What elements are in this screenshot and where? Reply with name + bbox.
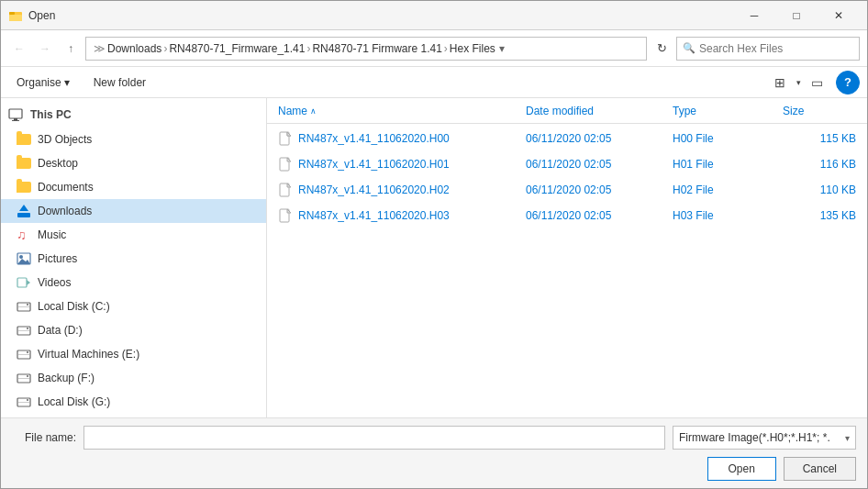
address-bar: ← → ↑ ≫ Downloads › RN4870-71_Firmware_1…: [1, 30, 867, 67]
sidebar-item-data-d[interactable]: Data (D:): [1, 318, 266, 342]
open-dialog: Open ─ □ ✕ ← → ↑ ≫ Downloads › RN4870-71…: [0, 0, 868, 489]
svg-point-10: [19, 255, 23, 259]
svg-rect-24: [18, 378, 29, 379]
pictures-icon: [16, 250, 32, 267]
help-button[interactable]: ?: [836, 71, 860, 94]
sidebar-item-music[interactable]: ♫ Music: [1, 223, 266, 247]
file-name-3: RN487x_v1.41_11062020.H03: [278, 208, 526, 223]
bottom-bar: File name: Firmware Image(*.H0*;*.H1*; *…: [1, 417, 867, 488]
open-button[interactable]: Open: [707, 457, 776, 481]
search-box[interactable]: 🔍: [676, 37, 860, 61]
close-button[interactable]: ✕: [818, 1, 860, 30]
col-size-label: Size: [783, 105, 804, 117]
table-row[interactable]: RN487x_v1.41_11062020.H03 06/11/2020 02:…: [267, 203, 867, 228]
path-part-firmware141: RN4870-71_Firmware_1.41: [169, 42, 305, 55]
file-size-1: 116 KB: [783, 158, 856, 171]
svg-point-16: [27, 304, 28, 306]
action-row: Open Cancel: [12, 457, 856, 481]
drive-f-icon: [16, 370, 32, 386]
folder-3d-icon: [16, 131, 32, 148]
svg-point-22: [27, 351, 28, 353]
file-size-3: 135 KB: [783, 209, 856, 222]
path-separator-3: ›: [444, 42, 448, 55]
sidebar-item-backup-f[interactable]: Backup (F:): [1, 366, 266, 390]
sidebar-label-videos: Videos: [38, 276, 71, 289]
file-icon-0: [278, 131, 293, 146]
file-list-container: Name ∧ Date modified Type Size RN487x_: [267, 98, 867, 417]
pc-icon: [8, 106, 25, 123]
svg-marker-7: [19, 205, 28, 211]
sidebar-label-pictures: Pictures: [38, 252, 77, 265]
sidebar-item-local-g[interactable]: Local Disk (G:): [1, 390, 266, 414]
col-header-size[interactable]: Size: [783, 105, 856, 117]
main-content: This PC 3D Objects Desktop Documents: [1, 98, 867, 417]
refresh-button[interactable]: ↻: [651, 38, 673, 60]
preview-pane-button[interactable]: ▭: [805, 71, 829, 94]
file-type-3: H03 File: [673, 209, 783, 222]
filename-input[interactable]: [83, 426, 665, 450]
sidebar-item-documents[interactable]: Documents: [1, 175, 266, 199]
sidebar-item-this-pc[interactable]: This PC: [1, 102, 266, 128]
table-row[interactable]: RN487x_v1.41_11062020.H00 06/11/2020 02:…: [267, 126, 867, 151]
svg-rect-21: [18, 354, 29, 355]
organise-label: Organise: [17, 76, 61, 89]
file-icon-2: [278, 183, 293, 197]
music-icon: ♫: [16, 227, 32, 243]
table-row[interactable]: RN487x_v1.41_11062020.H01 06/11/2020 02:…: [267, 151, 867, 177]
sidebar-item-pictures[interactable]: Pictures: [1, 247, 266, 271]
drive-e-icon: [16, 346, 32, 362]
cancel-button[interactable]: Cancel: [784, 457, 856, 481]
view-dropdown-button[interactable]: ▾: [792, 71, 805, 94]
sidebar-item-virtual-e[interactable]: Virtual Machines (E:): [1, 342, 266, 366]
file-type-2: H02 File: [673, 183, 783, 196]
filename-label: File name:: [12, 431, 76, 444]
up-button[interactable]: ↑: [60, 38, 82, 60]
col-header-type[interactable]: Type: [673, 105, 783, 117]
sidebar-item-downloads[interactable]: Downloads: [1, 199, 266, 223]
file-icon-3: [278, 208, 293, 223]
sidebar-item-desktop[interactable]: Desktop: [1, 151, 266, 175]
svg-rect-15: [18, 306, 29, 307]
col-date-label: Date modified: [526, 105, 594, 117]
path-chevron: ≫: [94, 42, 106, 55]
svg-point-25: [27, 375, 28, 377]
drive-g-icon: [16, 394, 32, 410]
organise-button[interactable]: Organise ▾: [8, 73, 78, 92]
dialog-icon: [8, 8, 23, 23]
search-icon: 🔍: [683, 42, 696, 54]
svg-rect-3: [9, 109, 22, 118]
svg-rect-27: [18, 402, 29, 403]
window-controls: ─ □ ✕: [733, 1, 860, 30]
table-row[interactable]: RN487x_v1.41_11062020.H02 06/11/2020 02:…: [267, 177, 867, 203]
filetype-dropdown[interactable]: Firmware Image(*.H0*;*.H1*; *. ▾: [673, 426, 856, 450]
sidebar-label-3d-objects: 3D Objects: [38, 133, 92, 146]
address-path[interactable]: ≫ Downloads › RN4870-71_Firmware_1.41 › …: [85, 37, 647, 61]
sidebar-item-videos[interactable]: Videos: [1, 271, 266, 295]
sidebar-label-data-d: Data (D:): [38, 324, 83, 337]
sidebar-label-downloads: Downloads: [38, 205, 92, 217]
file-type-0: H00 File: [673, 132, 783, 145]
file-list-header: Name ∧ Date modified Type Size: [267, 98, 867, 124]
filename-row: File name: Firmware Image(*.H0*;*.H1*; *…: [12, 426, 856, 450]
title-bar: Open ─ □ ✕: [1, 1, 867, 30]
sidebar-item-local-c[interactable]: Local Disk (C:): [1, 295, 266, 318]
new-folder-button[interactable]: New folder: [85, 73, 154, 92]
svg-rect-1: [9, 12, 15, 15]
toolbar: Organise ▾ New folder ⊞ ▾ ▭ ?: [1, 67, 867, 98]
sidebar-label-music: Music: [38, 228, 66, 241]
sidebar: This PC 3D Objects Desktop Documents: [1, 98, 267, 417]
view-buttons: ⊞ ▾ ▭: [768, 71, 829, 94]
forward-button[interactable]: →: [34, 38, 56, 60]
file-icon-1: [278, 157, 293, 172]
col-header-date[interactable]: Date modified: [526, 105, 673, 117]
minimize-button[interactable]: ─: [733, 1, 775, 30]
file-date-2: 06/11/2020 02:05: [526, 183, 673, 196]
search-input[interactable]: [699, 42, 837, 55]
sidebar-item-3d-objects[interactable]: 3D Objects: [1, 128, 266, 151]
sidebar-item-dvd-h[interactable]: DVD Drive (H:) SimplicityStudio-5: [1, 414, 266, 417]
dialog-title: Open: [28, 9, 733, 22]
col-header-name[interactable]: Name ∧: [278, 105, 526, 117]
maximize-button[interactable]: □: [775, 1, 818, 30]
view-toggle-button[interactable]: ⊞: [768, 71, 792, 94]
back-button[interactable]: ←: [8, 38, 30, 60]
